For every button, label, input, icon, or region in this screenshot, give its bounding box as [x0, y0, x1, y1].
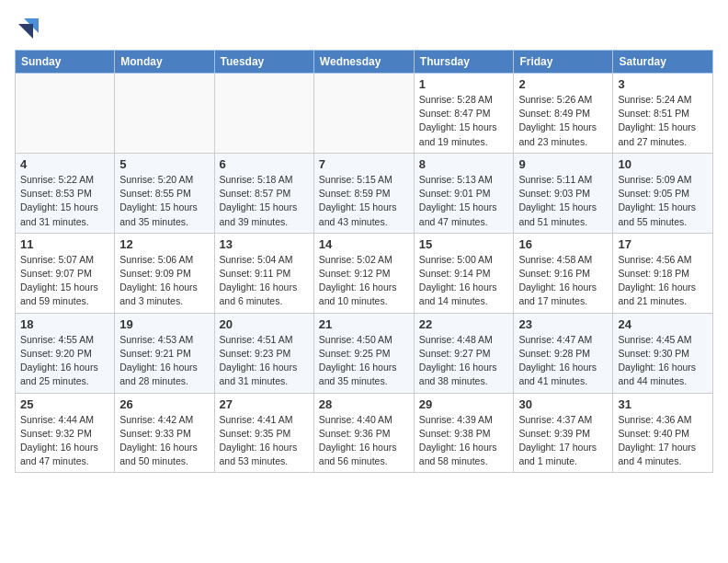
day-info: Sunrise: 5:11 AM Sunset: 9:03 PM Dayligh… [518, 173, 608, 229]
day-number: 7 [319, 157, 409, 171]
day-number: 8 [419, 157, 509, 171]
header-cell-saturday: Saturday [613, 51, 713, 74]
day-cell: 7Sunrise: 5:15 AM Sunset: 8:59 PM Daylig… [313, 153, 414, 233]
day-cell: 28Sunrise: 4:40 AM Sunset: 9:36 PM Dayli… [313, 393, 414, 473]
day-number: 27 [220, 397, 309, 411]
day-cell [313, 74, 414, 154]
day-cell: 5Sunrise: 5:20 AM Sunset: 8:55 PM Daylig… [115, 153, 214, 233]
day-info: Sunrise: 5:00 AM Sunset: 9:14 PM Dayligh… [419, 253, 509, 309]
day-info: Sunrise: 5:13 AM Sunset: 9:01 PM Dayligh… [419, 173, 509, 229]
day-info: Sunrise: 5:18 AM Sunset: 8:57 PM Dayligh… [220, 173, 309, 229]
day-number: 11 [20, 237, 109, 251]
header-cell-thursday: Thursday [414, 51, 514, 74]
day-info: Sunrise: 4:56 AM Sunset: 9:18 PM Dayligh… [618, 253, 708, 309]
day-info: Sunrise: 5:24 AM Sunset: 8:51 PM Dayligh… [618, 93, 708, 149]
logo-icon [15, 15, 42, 42]
day-info: Sunrise: 4:37 AM Sunset: 9:39 PM Dayligh… [518, 413, 608, 469]
day-info: Sunrise: 4:53 AM Sunset: 9:21 PM Dayligh… [119, 333, 209, 389]
day-cell: 24Sunrise: 4:45 AM Sunset: 9:30 PM Dayli… [613, 313, 713, 393]
day-cell: 19Sunrise: 4:53 AM Sunset: 9:21 PM Dayli… [115, 313, 214, 393]
day-number: 19 [119, 317, 209, 331]
day-info: Sunrise: 4:36 AM Sunset: 9:40 PM Dayligh… [618, 413, 708, 469]
day-number: 17 [618, 237, 708, 251]
day-number: 21 [319, 317, 409, 331]
day-number: 10 [618, 157, 708, 171]
day-number: 1 [419, 77, 509, 91]
day-cell: 17Sunrise: 4:56 AM Sunset: 9:18 PM Dayli… [613, 233, 713, 313]
day-cell: 10Sunrise: 5:09 AM Sunset: 9:05 PM Dayli… [613, 153, 713, 233]
day-cell: 20Sunrise: 4:51 AM Sunset: 9:23 PM Dayli… [214, 313, 313, 393]
day-info: Sunrise: 5:07 AM Sunset: 9:07 PM Dayligh… [20, 253, 109, 309]
day-info: Sunrise: 4:44 AM Sunset: 9:32 PM Dayligh… [20, 413, 109, 469]
day-number: 25 [20, 397, 109, 411]
day-info: Sunrise: 4:58 AM Sunset: 9:16 PM Dayligh… [518, 253, 608, 309]
calendar-table: SundayMondayTuesdayWednesdayThursdayFrid… [15, 50, 713, 473]
day-cell: 31Sunrise: 4:36 AM Sunset: 9:40 PM Dayli… [613, 393, 713, 473]
day-info: Sunrise: 4:50 AM Sunset: 9:25 PM Dayligh… [319, 333, 409, 389]
day-cell: 4Sunrise: 5:22 AM Sunset: 8:53 PM Daylig… [16, 153, 115, 233]
day-cell: 9Sunrise: 5:11 AM Sunset: 9:03 PM Daylig… [514, 153, 613, 233]
day-cell: 26Sunrise: 4:42 AM Sunset: 9:33 PM Dayli… [115, 393, 214, 473]
header-row: SundayMondayTuesdayWednesdayThursdayFrid… [16, 51, 713, 74]
day-cell: 18Sunrise: 4:55 AM Sunset: 9:20 PM Dayli… [16, 313, 115, 393]
day-info: Sunrise: 4:45 AM Sunset: 9:30 PM Dayligh… [618, 333, 708, 389]
day-cell: 8Sunrise: 5:13 AM Sunset: 9:01 PM Daylig… [414, 153, 514, 233]
day-info: Sunrise: 4:41 AM Sunset: 9:35 PM Dayligh… [220, 413, 309, 469]
day-number: 28 [319, 397, 409, 411]
day-cell: 1Sunrise: 5:28 AM Sunset: 8:47 PM Daylig… [414, 74, 514, 154]
day-info: Sunrise: 5:04 AM Sunset: 9:11 PM Dayligh… [220, 253, 309, 309]
calendar-header: SundayMondayTuesdayWednesdayThursdayFrid… [16, 51, 713, 74]
day-info: Sunrise: 5:26 AM Sunset: 8:49 PM Dayligh… [518, 93, 608, 149]
day-cell: 12Sunrise: 5:06 AM Sunset: 9:09 PM Dayli… [115, 233, 214, 313]
svg-marker-1 [18, 24, 33, 39]
day-number: 31 [618, 397, 708, 411]
day-info: Sunrise: 5:06 AM Sunset: 9:09 PM Dayligh… [119, 253, 209, 309]
day-cell: 23Sunrise: 4:47 AM Sunset: 9:28 PM Dayli… [514, 313, 613, 393]
day-number: 12 [119, 237, 209, 251]
day-cell: 21Sunrise: 4:50 AM Sunset: 9:25 PM Dayli… [313, 313, 414, 393]
page-header [15, 15, 713, 42]
day-number: 26 [119, 397, 209, 411]
day-info: Sunrise: 4:42 AM Sunset: 9:33 PM Dayligh… [119, 413, 209, 469]
day-cell: 14Sunrise: 5:02 AM Sunset: 9:12 PM Dayli… [313, 233, 414, 313]
day-number: 15 [419, 237, 509, 251]
day-info: Sunrise: 5:15 AM Sunset: 8:59 PM Dayligh… [319, 173, 409, 229]
day-info: Sunrise: 4:48 AM Sunset: 9:27 PM Dayligh… [419, 333, 509, 389]
header-cell-monday: Monday [115, 51, 214, 74]
day-info: Sunrise: 5:02 AM Sunset: 9:12 PM Dayligh… [319, 253, 409, 309]
day-number: 9 [518, 157, 608, 171]
week-row-3: 11Sunrise: 5:07 AM Sunset: 9:07 PM Dayli… [16, 233, 713, 313]
day-info: Sunrise: 5:09 AM Sunset: 9:05 PM Dayligh… [618, 173, 708, 229]
week-row-5: 25Sunrise: 4:44 AM Sunset: 9:32 PM Dayli… [16, 393, 713, 473]
header-cell-friday: Friday [514, 51, 613, 74]
day-number: 20 [220, 317, 309, 331]
day-number: 6 [220, 157, 309, 171]
day-cell: 29Sunrise: 4:39 AM Sunset: 9:38 PM Dayli… [414, 393, 514, 473]
logo [15, 15, 46, 42]
day-cell: 2Sunrise: 5:26 AM Sunset: 8:49 PM Daylig… [514, 74, 613, 154]
day-info: Sunrise: 4:47 AM Sunset: 9:28 PM Dayligh… [518, 333, 608, 389]
day-info: Sunrise: 4:55 AM Sunset: 9:20 PM Dayligh… [20, 333, 109, 389]
day-cell [115, 74, 214, 154]
day-number: 24 [618, 317, 708, 331]
day-info: Sunrise: 5:28 AM Sunset: 8:47 PM Dayligh… [419, 93, 509, 149]
day-number: 18 [20, 317, 109, 331]
day-cell: 11Sunrise: 5:07 AM Sunset: 9:07 PM Dayli… [16, 233, 115, 313]
day-cell [16, 74, 115, 154]
day-number: 5 [119, 157, 209, 171]
day-number: 16 [518, 237, 608, 251]
day-number: 30 [518, 397, 608, 411]
header-cell-wednesday: Wednesday [313, 51, 414, 74]
day-info: Sunrise: 4:51 AM Sunset: 9:23 PM Dayligh… [220, 333, 309, 389]
header-cell-sunday: Sunday [16, 51, 115, 74]
day-cell [214, 74, 313, 154]
day-info: Sunrise: 4:39 AM Sunset: 9:38 PM Dayligh… [419, 413, 509, 469]
day-info: Sunrise: 5:22 AM Sunset: 8:53 PM Dayligh… [20, 173, 109, 229]
day-cell: 3Sunrise: 5:24 AM Sunset: 8:51 PM Daylig… [613, 74, 713, 154]
day-cell: 6Sunrise: 5:18 AM Sunset: 8:57 PM Daylig… [214, 153, 313, 233]
day-cell: 16Sunrise: 4:58 AM Sunset: 9:16 PM Dayli… [514, 233, 613, 313]
week-row-4: 18Sunrise: 4:55 AM Sunset: 9:20 PM Dayli… [16, 313, 713, 393]
day-number: 2 [518, 77, 608, 91]
day-cell: 15Sunrise: 5:00 AM Sunset: 9:14 PM Dayli… [414, 233, 514, 313]
day-info: Sunrise: 5:20 AM Sunset: 8:55 PM Dayligh… [119, 173, 209, 229]
